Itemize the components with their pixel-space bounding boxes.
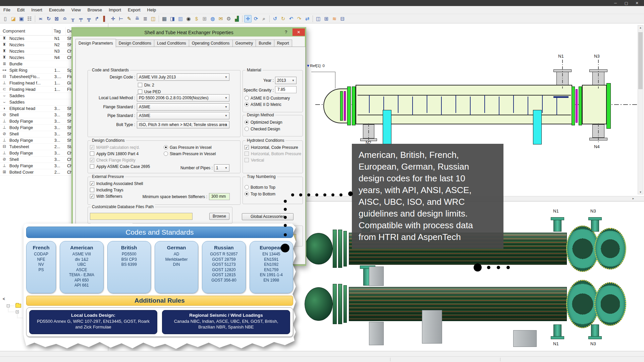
print-icon[interactable]: ☷ xyxy=(26,15,33,22)
tab-operating-conditions[interactable]: Operating Conditions xyxy=(189,40,233,47)
save-icon[interactable]: ▣ xyxy=(18,15,25,22)
chk-radio[interactable] xyxy=(245,127,249,131)
steam-radio[interactable] xyxy=(164,152,168,156)
undo-icon[interactable]: ↺ xyxy=(271,15,279,22)
stack-tool-icon[interactable]: ▌ xyxy=(101,15,109,22)
nozzle-tool-icon[interactable]: ╤ xyxy=(77,15,85,22)
table-view-icon[interactable]: ▦ xyxy=(161,15,168,22)
cust-radio[interactable] xyxy=(245,96,249,100)
flange-tool-icon[interactable]: ╦ xyxy=(85,15,93,22)
redo-icon[interactable]: ↻ xyxy=(279,15,287,22)
insert-component-icon[interactable]: ↱ xyxy=(93,15,101,22)
beam-tool-icon[interactable]: ≞ xyxy=(133,15,141,22)
undo-all-icon[interactable]: ↶ xyxy=(287,15,295,22)
column-tag[interactable]: Tag xyxy=(54,28,61,34)
metric-radio[interactable] xyxy=(245,102,249,107)
tab-bundle[interactable]: Bundle xyxy=(256,40,274,47)
flange-std-select[interactable]: ASME▾ xyxy=(137,103,229,111)
div2-checkbox[interactable] xyxy=(138,83,142,87)
new-file-icon[interactable]: ▯ xyxy=(2,15,9,22)
year-select[interactable]: 2013▾ xyxy=(275,77,297,84)
scroll-down-icon[interactable]: ▾ xyxy=(638,190,643,194)
settings-gear-icon[interactable]: ⚙ xyxy=(225,15,232,22)
tree-expand-icon[interactable]: + xyxy=(16,310,19,313)
menu-view[interactable]: View xyxy=(68,6,84,14)
dbpath-field[interactable] xyxy=(90,213,193,220)
ped-checkbox[interactable] xyxy=(138,89,142,94)
redo-all-icon[interactable]: ↷ xyxy=(296,15,303,22)
help-web-icon[interactable]: ◍ xyxy=(209,15,216,22)
menu-edit[interactable]: Edit xyxy=(14,6,28,14)
chart-icon[interactable]: ▟ xyxy=(233,15,240,22)
menu-execute[interactable]: Execute xyxy=(46,6,68,14)
hydro-vert-checkbox[interactable] xyxy=(245,158,249,162)
close-button-icon[interactable]: ✕ xyxy=(632,0,642,6)
level-tool-icon[interactable]: ≏ xyxy=(61,15,68,22)
scrollbar-thumb[interactable] xyxy=(638,32,643,89)
cc2695-checkbox[interactable] xyxy=(90,164,94,169)
scroll-up-icon[interactable]: ▴ xyxy=(638,26,643,29)
tab-design-parameters[interactable]: Design Parameters xyxy=(75,39,116,48)
export-table-icon[interactable]: ⊟ xyxy=(339,15,346,22)
merge-table-icon[interactable]: ⊞ xyxy=(323,15,330,22)
tree-scroll-left-icon[interactable]: < xyxy=(3,297,5,301)
refresh-view-icon[interactable]: ⟳ xyxy=(252,15,260,22)
design-code-select[interactable]: ASME VIII July 2013▾ xyxy=(137,73,229,81)
copy-tool-icon[interactable]: ⊞ xyxy=(201,15,208,22)
t2b-radio[interactable] xyxy=(245,192,249,196)
preview-eye-icon[interactable]: ◉ xyxy=(185,15,192,22)
tab-design-conditions[interactable]: Design Conditions xyxy=(116,40,154,47)
maximize-button-icon[interactable]: ▢ xyxy=(621,0,631,6)
rigid-checkbox[interactable]: ✓ xyxy=(90,158,94,162)
hydro-code-checkbox[interactable]: ✓ xyxy=(245,145,249,149)
folder-icon[interactable] xyxy=(15,304,21,308)
browse-button[interactable]: Browse xyxy=(209,213,229,220)
sync-icon[interactable]: ⇄ xyxy=(304,15,311,22)
notes-tool-icon[interactable]: ✎ xyxy=(125,15,133,22)
scroll-right-icon[interactable]: ▸ xyxy=(631,197,636,201)
pipe-std-select[interactable]: ASME▾ xyxy=(137,112,229,119)
datasheet-view-icon[interactable]: ◨ xyxy=(169,15,176,22)
pan-tool-icon[interactable]: ✛ xyxy=(244,15,252,22)
tree-collapse-icon[interactable]: − xyxy=(7,304,10,307)
stiffeners-checkbox[interactable]: ✓ xyxy=(90,194,94,198)
form-view-icon[interactable]: ▥ xyxy=(177,15,184,22)
menu-import[interactable]: Import xyxy=(105,6,124,14)
menu-export[interactable]: Export xyxy=(124,6,144,14)
menu-help[interactable]: Help xyxy=(144,6,160,14)
tab-geometry[interactable]: Geometry xyxy=(233,40,256,47)
pipes-select[interactable]: 1▾ xyxy=(214,164,229,172)
din-checkbox[interactable] xyxy=(90,152,94,156)
opt-radio[interactable] xyxy=(245,120,249,124)
dimension-tool-icon[interactable]: ⊢ xyxy=(117,15,125,22)
sg-field[interactable]: 7.85 xyxy=(275,86,297,93)
delete-region-icon[interactable]: ⊠ xyxy=(53,15,60,22)
weld-tool-icon[interactable]: ≍ xyxy=(37,15,44,22)
stiff-field[interactable]: 300 mm xyxy=(209,193,230,200)
hydro-bottom-checkbox[interactable] xyxy=(245,152,249,156)
dialog-close-icon[interactable]: ✕ xyxy=(292,28,305,36)
layout-tool-icon[interactable]: ◫ xyxy=(150,15,157,22)
tab-load-conditions[interactable]: Load Conditions xyxy=(154,40,189,47)
search-icon[interactable]: ⌕ xyxy=(260,15,268,22)
vertical-scrollbar[interactable]: ▴ ▾ xyxy=(638,25,643,194)
bottom-scrollbar[interactable] xyxy=(0,351,644,356)
menu-browse[interactable]: Browse xyxy=(84,6,105,14)
rotate-tool-icon[interactable]: ↻ xyxy=(45,15,52,22)
inc-shell-checkbox[interactable]: ✓ xyxy=(90,181,94,186)
mawp-checkbox[interactable]: ✓ xyxy=(90,145,94,149)
move-tool-icon[interactable]: ✛ xyxy=(109,15,117,22)
mail-icon[interactable]: ✉ xyxy=(217,15,224,22)
menu-insert[interactable]: Insert xyxy=(28,6,46,14)
menu-file[interactable]: File xyxy=(0,6,14,14)
bolt-type-select[interactable]: ISO, Pitch 3 mm when > M24; Tensile stre… xyxy=(137,121,229,128)
split-table-icon[interactable]: ◫ xyxy=(315,15,322,22)
tab-report[interactable]: Report xyxy=(274,40,292,47)
column-component[interactable]: Component xyxy=(3,28,25,34)
column-tool-icon[interactable]: ╥ xyxy=(69,15,76,22)
list-tool-icon[interactable]: ≣ xyxy=(142,15,149,22)
rss-feed-icon[interactable]: ≋ xyxy=(331,15,338,22)
b2t-radio[interactable] xyxy=(245,185,249,189)
minimize-button-icon[interactable]: ─ xyxy=(610,0,621,6)
help-icon[interactable]: ? xyxy=(285,29,287,35)
